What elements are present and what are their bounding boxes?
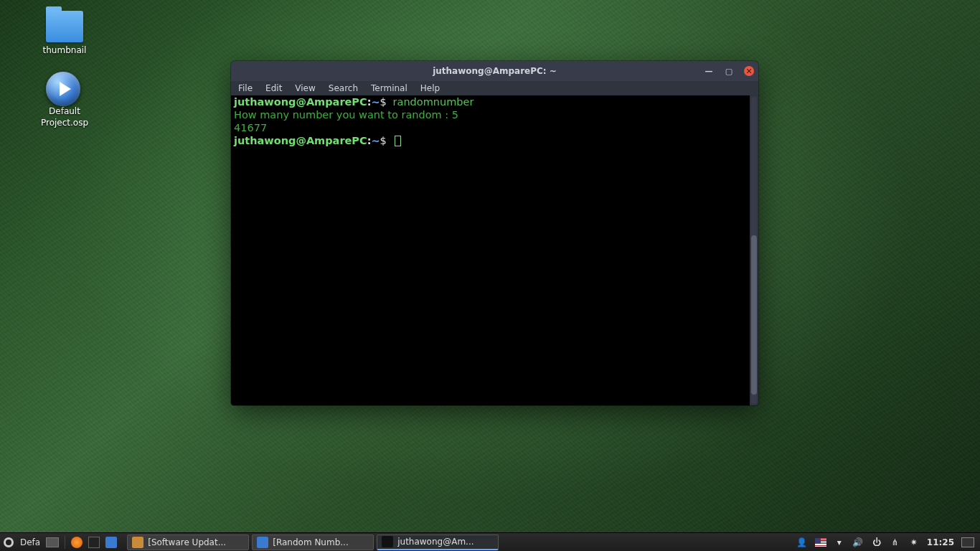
prompt-path: ~ [371,96,380,108]
desktop-icon-folder[interactable]: thumbnail [25,11,104,57]
volume-icon[interactable]: 🔊 [852,537,864,548]
keyboard-layout-icon[interactable] [815,537,826,548]
output-line: How many number you want to random : 5 [234,109,458,121]
task-random-number[interactable]: [Random Numb... [252,534,374,550]
brightness-icon[interactable]: ✷ [908,537,920,548]
task-icon [257,537,268,548]
task-software-updater[interactable]: [Software Updat... [127,534,249,550]
clock[interactable]: 11:25 [927,537,954,547]
files-icon[interactable] [105,537,117,548]
play-icon [46,72,83,103]
firefox-icon[interactable] [71,537,83,548]
output-line: 41677 [234,122,267,133]
prompt-user: juthawong@AmparePC [234,96,367,108]
menubar: File Edit View Search Terminal Help [231,81,758,95]
minimize-button[interactable]: — [704,66,714,76]
menu-search[interactable]: Search [329,83,358,93]
task-label: [Software Updat... [148,537,226,547]
taskbar-tasks: [Software Updat... [Random Numb... jutha… [127,534,499,550]
user-icon[interactable]: 👤 [796,537,808,548]
terminal-scrollbar[interactable] [750,95,758,405]
scrollbar-thumb[interactable] [751,235,757,395]
terminal-window[interactable]: juthawong@AmparePC: ~ — ▢ ✕ File Edit Vi… [231,61,758,405]
bluetooth-icon[interactable]: ⋔ [890,537,901,548]
task-icon [132,537,143,548]
separator [65,536,65,549]
close-button[interactable]: ✕ [744,66,754,76]
titlebar[interactable]: juthawong@AmparePC: ~ — ▢ ✕ [231,61,758,81]
workspace-switcher[interactable] [46,537,59,547]
prompt-dollar: $ [380,135,387,146]
desktop-icon-project[interactable]: Default Project.osp [25,72,104,128]
prompt-path: ~ [371,135,380,146]
settings-icon[interactable] [3,537,14,548]
system-tray: 👤 ▾ 🔊 ⏻ ⋔ ✷ 11:25 [796,537,977,548]
folder-icon [46,11,83,42]
menu-edit[interactable]: Edit [265,83,282,93]
window-title: juthawong@AmparePC: ~ [433,66,557,76]
app-menu-label[interactable]: Defa [20,537,40,547]
menu-file[interactable]: File [238,83,253,93]
maximize-button[interactable]: ▢ [724,66,734,76]
task-label: juthawong@Am... [397,537,473,547]
menu-help[interactable]: Help [420,83,440,93]
terminal-launcher-icon[interactable] [88,537,100,548]
task-terminal[interactable]: juthawong@Am... [377,534,499,550]
network-icon[interactable]: ▾ [834,537,845,548]
command: randomnumber [393,96,474,108]
menu-view[interactable]: View [295,83,315,93]
prompt-dollar: $ [380,96,387,108]
desktop-icon-label: Default Project.osp [25,106,104,128]
cursor-icon [395,136,401,146]
show-desktop-button[interactable] [961,537,974,547]
terminal-area[interactable]: juthawong@AmparePC:~$ randomnumber How m… [231,95,758,405]
flag-icon [815,538,826,547]
terminal-text[interactable]: juthawong@AmparePC:~$ randomnumber How m… [231,95,750,405]
desktop-icon-label: thumbnail [25,45,104,57]
task-icon [382,536,393,547]
taskbar: Defa [Software Updat... [Random Numb... … [0,532,980,551]
menu-terminal[interactable]: Terminal [371,83,407,93]
task-label: [Random Numb... [273,537,349,547]
prompt-user: juthawong@AmparePC [234,135,367,146]
power-icon[interactable]: ⏻ [871,537,882,548]
